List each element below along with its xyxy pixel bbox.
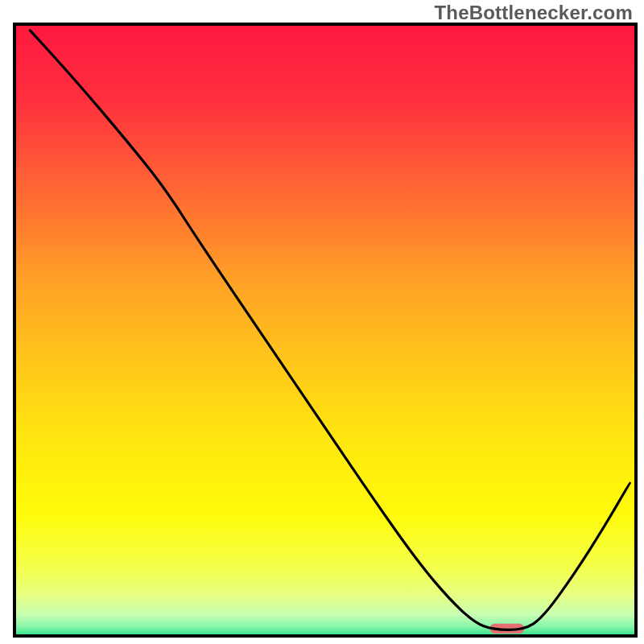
chart-container: { "watermark": "TheBottlenecker.com", "c… <box>0 0 644 644</box>
bottleneck-chart <box>0 0 644 644</box>
plot-background <box>14 24 636 636</box>
